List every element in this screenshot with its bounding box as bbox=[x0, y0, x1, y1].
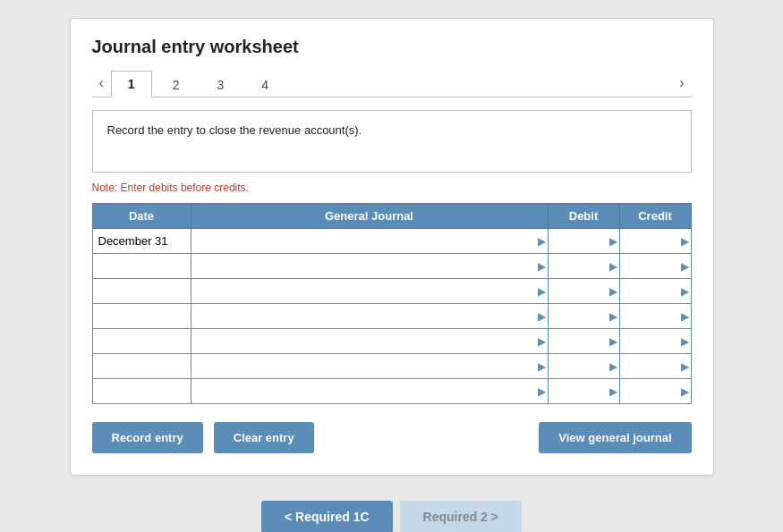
tab-1[interactable]: 1 bbox=[111, 71, 152, 97]
note-text: Note: Enter debits before credits. bbox=[92, 182, 692, 194]
credit-input-3[interactable] bbox=[620, 304, 691, 328]
table-row: ▶▶▶ bbox=[92, 229, 691, 254]
date-input-5[interactable] bbox=[93, 354, 191, 378]
date-input-6[interactable] bbox=[93, 379, 191, 403]
debit-input-2[interactable] bbox=[549, 279, 619, 303]
col-header-debit: Debit bbox=[548, 204, 619, 229]
col-header-gj: General Journal bbox=[191, 204, 548, 229]
date-input-3[interactable] bbox=[93, 304, 191, 328]
debit-input-3[interactable] bbox=[549, 304, 619, 328]
table-row: ▶▶▶ bbox=[92, 279, 691, 304]
required-2-button: Required 2 > bbox=[400, 501, 522, 532]
debit-input-0[interactable] bbox=[549, 229, 619, 253]
gj-input-3[interactable] bbox=[191, 304, 548, 328]
gj-input-2[interactable] bbox=[191, 279, 548, 303]
date-input-0[interactable] bbox=[93, 229, 191, 253]
view-general-journal-button[interactable]: View general journal bbox=[539, 422, 691, 453]
tabs-row: ‹ 1 2 3 4 › bbox=[92, 70, 692, 97]
credit-input-5[interactable] bbox=[620, 354, 691, 378]
table-row: ▶▶▶ bbox=[92, 254, 691, 279]
instruction-text: Record the entry to close the revenue ac… bbox=[107, 123, 362, 137]
debit-input-1[interactable] bbox=[549, 254, 619, 278]
table-row: ▶▶▶ bbox=[92, 354, 691, 379]
tab-4[interactable]: 4 bbox=[244, 72, 285, 97]
date-input-1[interactable] bbox=[93, 254, 191, 278]
credit-input-0[interactable] bbox=[620, 229, 691, 253]
buttons-row: Record entry Clear entry View general jo… bbox=[92, 422, 692, 453]
date-input-2[interactable] bbox=[93, 279, 191, 303]
tab-2[interactable]: 2 bbox=[156, 72, 197, 97]
gj-input-0[interactable] bbox=[191, 229, 548, 253]
main-card: Journal entry worksheet ‹ 1 2 3 4 › Reco… bbox=[70, 18, 714, 476]
instruction-box: Record the entry to close the revenue ac… bbox=[92, 110, 692, 173]
gj-input-5[interactable] bbox=[191, 354, 548, 378]
gj-input-1[interactable] bbox=[191, 254, 548, 278]
journal-table: Date General Journal Debit Credit ▶▶▶▶▶▶… bbox=[92, 203, 692, 404]
date-input-4[interactable] bbox=[93, 329, 191, 353]
tab-3[interactable]: 3 bbox=[200, 72, 241, 97]
gj-input-4[interactable] bbox=[191, 329, 548, 353]
col-header-date: Date bbox=[92, 204, 191, 229]
debit-input-6[interactable] bbox=[549, 379, 619, 403]
page-title: Journal entry worksheet bbox=[92, 37, 692, 57]
table-row: ▶▶▶ bbox=[92, 304, 691, 329]
debit-input-5[interactable] bbox=[549, 354, 619, 378]
credit-input-2[interactable] bbox=[620, 279, 691, 303]
clear-entry-button[interactable]: Clear entry bbox=[214, 422, 314, 453]
col-header-credit: Credit bbox=[619, 204, 691, 229]
credit-input-6[interactable] bbox=[620, 379, 691, 403]
credit-input-4[interactable] bbox=[620, 329, 691, 353]
record-entry-button[interactable]: Record entry bbox=[92, 422, 203, 453]
tab-prev-arrow[interactable]: ‹ bbox=[92, 72, 111, 94]
tab-next-arrow[interactable]: › bbox=[672, 72, 691, 94]
credit-input-1[interactable] bbox=[620, 254, 691, 278]
bottom-nav: < Required 1C Required 2 > bbox=[70, 501, 714, 532]
debit-input-4[interactable] bbox=[549, 329, 619, 353]
required-1c-button[interactable]: < Required 1C bbox=[261, 501, 393, 532]
gj-input-6[interactable] bbox=[191, 379, 548, 403]
table-row: ▶▶▶ bbox=[92, 329, 691, 354]
table-row: ▶▶▶ bbox=[92, 379, 691, 404]
